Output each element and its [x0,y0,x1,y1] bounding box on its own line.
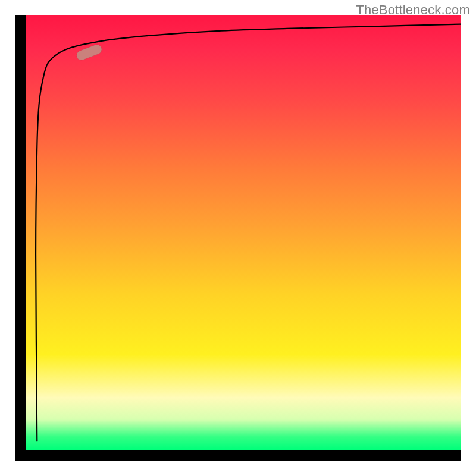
data-curve [36,24,461,441]
chart-plot-area [26,15,461,450]
chart-frame [15,15,461,461]
chart-svg [26,15,461,450]
watermark-label: TheBottleneck.com [356,2,470,18]
